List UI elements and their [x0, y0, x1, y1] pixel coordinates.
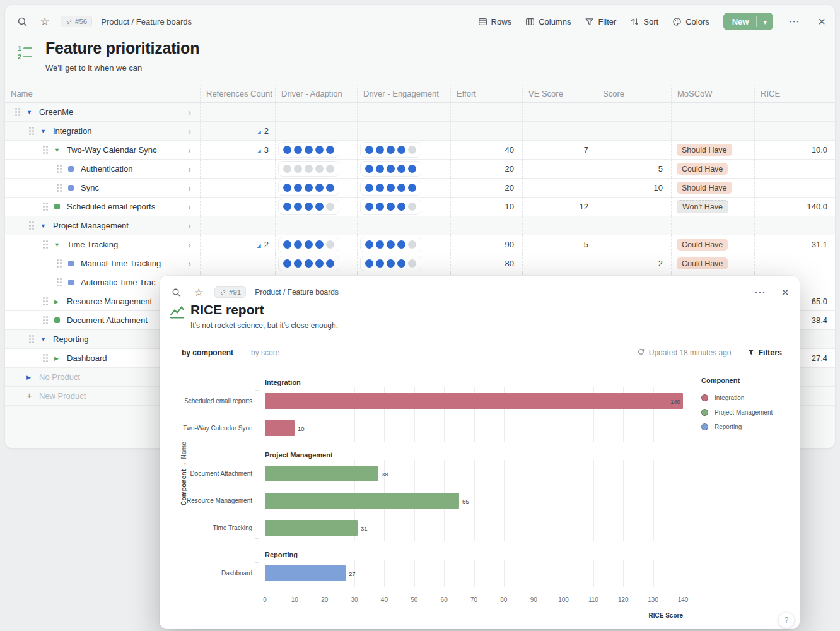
moscow-cell[interactable]: Won't Have [672, 198, 755, 216]
dot-filled-icon[interactable] [376, 203, 384, 211]
dot-filled-icon[interactable] [376, 259, 384, 268]
row-name-label[interactable]: Time Tracking [67, 240, 118, 249]
open-row-chevron-icon[interactable] [188, 239, 200, 251]
ve-score-cell[interactable]: 7 [523, 141, 597, 159]
effort-cell[interactable]: 80 [451, 254, 523, 273]
references-count-cell[interactable] [201, 179, 276, 197]
moscow-cell[interactable] [672, 216, 755, 235]
drag-handle-icon[interactable] [43, 203, 48, 211]
score-cell[interactable] [597, 198, 672, 216]
effort-cell[interactable] [451, 216, 523, 235]
dot-filled-icon[interactable] [283, 259, 291, 268]
table-row[interactable]: Scheduled email reports1012Won't Have140… [5, 198, 835, 216]
dot-empty-icon[interactable] [408, 240, 416, 249]
table-row[interactable]: Integration2 [5, 122, 835, 141]
dot-filled-icon[interactable] [397, 165, 405, 173]
column-header[interactable]: Name [5, 85, 201, 102]
drag-handle-icon[interactable] [15, 108, 20, 116]
row-name-label[interactable]: Manual Time Tracking [81, 259, 161, 268]
dot-filled-icon[interactable] [397, 146, 405, 154]
dot-filled-icon[interactable] [408, 184, 416, 192]
dot-filled-icon[interactable] [294, 240, 302, 249]
score-cell[interactable]: 10 [597, 179, 672, 197]
dot-empty-icon[interactable] [305, 165, 313, 173]
dot-filled-icon[interactable] [376, 240, 384, 249]
row-name-label[interactable]: GreenMe [39, 107, 73, 117]
effort-cell[interactable]: 20 [451, 160, 523, 178]
help-button[interactable]: ? [779, 613, 794, 628]
dot-empty-icon[interactable] [294, 165, 302, 173]
rating-dots[interactable] [278, 256, 339, 271]
column-header[interactable]: Effort [451, 85, 523, 102]
bar[interactable] [265, 420, 295, 436]
dot-filled-icon[interactable] [365, 184, 373, 192]
driver-engagement-cell[interactable] [358, 198, 451, 216]
ve-score-cell[interactable]: 12 [523, 198, 597, 216]
moscow-badge[interactable]: Could Have [677, 239, 728, 251]
drag-handle-icon[interactable] [57, 278, 62, 286]
dot-filled-icon[interactable] [315, 203, 324, 211]
drag-handle-icon[interactable] [29, 335, 34, 343]
driver-adaption-cell[interactable] [276, 235, 358, 254]
driver-engagement-cell[interactable] [358, 235, 451, 254]
driver-adaption-cell[interactable] [276, 122, 358, 140]
drag-handle-icon[interactable] [43, 354, 48, 362]
score-cell[interactable]: 5 [597, 160, 672, 178]
rating-dots[interactable] [360, 237, 421, 252]
dot-filled-icon[interactable] [294, 259, 302, 268]
open-row-chevron-icon[interactable] [188, 182, 200, 194]
column-header[interactable]: References Count [201, 85, 276, 102]
ve-score-cell[interactable] [523, 179, 597, 197]
dot-filled-icon[interactable] [387, 184, 395, 192]
moscow-cell[interactable]: Should Have [672, 179, 755, 197]
driver-adaption-cell[interactable] [276, 198, 358, 216]
rating-dots[interactable] [278, 199, 339, 215]
moscow-cell[interactable] [672, 122, 755, 140]
column-header[interactable]: VE Score [523, 85, 597, 102]
expand-triangle-icon[interactable] [40, 128, 53, 134]
drag-handle-icon[interactable] [57, 165, 62, 173]
row-name-label[interactable]: Scheduled email reports [67, 202, 155, 211]
dot-filled-icon[interactable] [283, 203, 291, 211]
driver-adaption-cell[interactable] [276, 216, 358, 235]
driver-engagement-cell[interactable] [358, 179, 451, 197]
rating-dots[interactable] [360, 180, 421, 196]
effort-cell[interactable]: 40 [451, 141, 523, 159]
dot-empty-icon[interactable] [326, 203, 334, 211]
bar[interactable] [265, 393, 683, 409]
row-name-label[interactable]: Integration [53, 126, 91, 136]
dot-empty-icon[interactable] [408, 203, 416, 211]
moscow-badge[interactable]: Should Have [677, 182, 732, 194]
expand-triangle-icon[interactable] [54, 147, 67, 153]
bar[interactable] [265, 565, 346, 581]
row-name-label[interactable]: Automatic Time Trac [81, 278, 155, 287]
row-name-label[interactable]: Project Management [53, 221, 129, 230]
dot-filled-icon[interactable] [365, 259, 373, 268]
open-row-chevron-icon[interactable] [188, 201, 200, 213]
dot-filled-icon[interactable] [365, 146, 373, 154]
dot-empty-icon[interactable] [326, 165, 334, 173]
driver-adaption-cell[interactable] [276, 141, 358, 159]
effort-cell[interactable] [451, 122, 523, 140]
moscow-badge[interactable]: Could Have [677, 257, 728, 269]
driver-engagement-cell[interactable] [358, 254, 451, 273]
moscow-cell[interactable]: Should Have [672, 141, 755, 159]
row-name-label[interactable]: Reporting [53, 334, 88, 344]
expand-triangle-icon[interactable] [26, 109, 39, 115]
dot-filled-icon[interactable] [365, 203, 373, 211]
references-count-cell[interactable] [201, 103, 276, 121]
dot-filled-icon[interactable] [408, 165, 416, 173]
dot-filled-icon[interactable] [315, 240, 324, 249]
toolbar-sort-button[interactable]: Sort [630, 17, 658, 27]
drag-handle-icon[interactable] [43, 146, 48, 154]
drag-handle-icon[interactable] [43, 316, 48, 324]
name-cell[interactable]: Manual Time Tracking [5, 254, 201, 273]
expand-triangle-icon[interactable] [26, 374, 39, 380]
bar[interactable] [265, 493, 459, 509]
row-name-label[interactable]: Authentication [81, 164, 132, 174]
row-name-label[interactable]: Document Attachment [67, 316, 148, 325]
dot-filled-icon[interactable] [387, 240, 395, 249]
column-header[interactable]: RICE [755, 85, 835, 102]
driver-engagement-cell[interactable] [358, 103, 451, 121]
rating-dots[interactable] [278, 180, 339, 196]
